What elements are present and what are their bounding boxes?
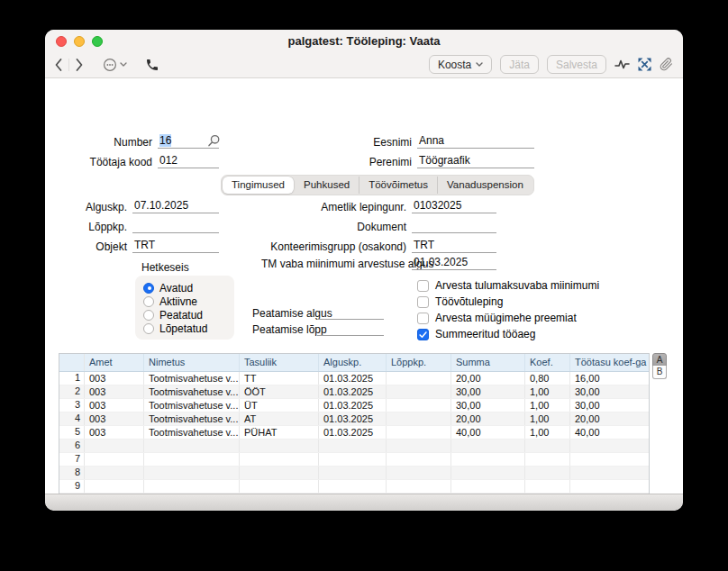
tab-t-v-imetus[interactable]: Töövõimetus bbox=[359, 177, 437, 194]
table-cell[interactable]: 01.03.2025 bbox=[319, 412, 387, 425]
table-cell[interactable]: 30,00 bbox=[570, 385, 649, 398]
table-cell[interactable]: 30,00 bbox=[451, 399, 525, 412]
table-cell[interactable] bbox=[85, 467, 144, 479]
table-row[interactable]: 2003Tootmisvahetuse v...ÖÖT01.03.202530,… bbox=[59, 385, 649, 399]
table-cell[interactable] bbox=[144, 440, 240, 452]
table-cell[interactable]: 20,00 bbox=[570, 412, 649, 425]
column-header-amet[interactable]: Amet bbox=[85, 354, 144, 371]
table-cell[interactable] bbox=[240, 480, 319, 493]
table-cell[interactable]: 16,00 bbox=[570, 372, 649, 385]
table-cell[interactable] bbox=[570, 440, 649, 452]
table-cell[interactable] bbox=[570, 453, 649, 466]
table-cell[interactable]: Tootmisvahetuse v... bbox=[144, 385, 240, 398]
minimize-window-button[interactable] bbox=[74, 36, 85, 47]
checkbox-t-v-tuleping[interactable]: Töövõtuleping bbox=[417, 295, 503, 308]
table-cell[interactable]: AT bbox=[240, 412, 319, 425]
table-cell[interactable] bbox=[451, 467, 525, 479]
expand-icon[interactable] bbox=[638, 58, 651, 71]
table-cell[interactable] bbox=[525, 453, 570, 466]
eesnimi-input[interactable]: Anna bbox=[417, 134, 534, 149]
l-ppkp-input[interactable] bbox=[132, 219, 219, 233]
table-cell[interactable] bbox=[85, 440, 144, 452]
table-row[interactable]: 9 bbox=[59, 480, 649, 494]
table-row[interactable]: 5003Tootmisvahetuse v...PÜHAT01.03.20254… bbox=[59, 426, 649, 440]
tab-puhkused[interactable]: Puhkused bbox=[294, 177, 359, 194]
close-window-button[interactable] bbox=[56, 36, 67, 47]
table-cell[interactable]: 003 bbox=[85, 372, 144, 385]
tab-vanaduspension[interactable]: Vanaduspension bbox=[437, 177, 532, 194]
koosta-button[interactable]: Koosta bbox=[429, 55, 492, 74]
table-cell[interactable]: 1,00 bbox=[525, 412, 570, 425]
table-cell[interactable] bbox=[525, 467, 570, 479]
table-row[interactable]: 6 bbox=[59, 440, 649, 453]
table-cell[interactable] bbox=[525, 440, 570, 452]
paperclip-icon[interactable] bbox=[660, 58, 673, 71]
phone-icon[interactable] bbox=[145, 58, 159, 72]
radio-option-l-petatud[interactable]: Lõpetatud bbox=[143, 322, 234, 335]
table-cell[interactable] bbox=[144, 480, 240, 493]
dokument-input[interactable] bbox=[412, 219, 496, 233]
table-cell[interactable] bbox=[240, 440, 319, 452]
column-header-t-tasu-koef-ga[interactable]: Töötasu koef-ga bbox=[570, 354, 649, 371]
table-cell[interactable]: Tootmisvahetuse v... bbox=[144, 412, 240, 425]
radio-option-aktiivne[interactable]: Aktiivne bbox=[143, 295, 234, 308]
table-row[interactable]: 1003Tootmisvahetuse v...TT01.03.202520,0… bbox=[59, 372, 649, 385]
radio-option-avatud[interactable]: Avatud bbox=[143, 281, 234, 295]
salvesta-button[interactable]: Salvesta bbox=[547, 55, 606, 74]
table-cell[interactable] bbox=[387, 467, 451, 479]
table-cell[interactable] bbox=[319, 480, 387, 493]
table-cell[interactable] bbox=[240, 453, 319, 466]
table-cell[interactable]: 01.03.2025 bbox=[319, 385, 387, 398]
more-options-icon[interactable] bbox=[103, 58, 127, 72]
table-cell[interactable]: Tootmisvahetuse v... bbox=[144, 426, 240, 439]
column-header-nimetus[interactable]: Nimetus bbox=[144, 354, 240, 371]
checkbox-arvesta-m-gimehe-preemiat[interactable]: Arvesta müügimehe preemiat bbox=[417, 312, 577, 324]
table-cell[interactable]: 40,00 bbox=[570, 426, 649, 439]
table-cell[interactable]: 30,00 bbox=[451, 385, 525, 398]
jata-button[interactable]: Jäta bbox=[500, 55, 539, 74]
flip-a-button[interactable]: A bbox=[652, 353, 667, 367]
table-cell[interactable]: Tootmisvahetuse v... bbox=[144, 372, 240, 385]
table-cell[interactable] bbox=[240, 467, 319, 479]
table-cell[interactable] bbox=[387, 440, 451, 452]
table-cell[interactable]: 01.03.2025 bbox=[319, 399, 387, 412]
table-cell[interactable]: 003 bbox=[85, 426, 144, 439]
table-cell[interactable] bbox=[144, 453, 240, 466]
column-header-l-ppkp[interactable]: Lõppkp. bbox=[387, 354, 451, 371]
konteerimisgrupp-osakond-input[interactable]: TRT bbox=[412, 239, 496, 253]
table-row[interactable]: 4003Tootmisvahetuse v...AT01.03.202520,0… bbox=[59, 412, 649, 426]
table-cell[interactable]: ÜT bbox=[240, 399, 319, 412]
table-cell[interactable]: 40,00 bbox=[451, 426, 525, 439]
table-cell[interactable] bbox=[85, 480, 144, 493]
table-cell[interactable]: 003 bbox=[85, 399, 144, 412]
table-cell[interactable]: Tootmisvahetuse v... bbox=[144, 399, 240, 412]
column-header-alguskp[interactable]: Alguskp. bbox=[319, 354, 387, 371]
table-row[interactable]: 7 bbox=[59, 453, 649, 467]
table-row[interactable]: 3003Tootmisvahetuse v...ÜT01.03.202530,0… bbox=[59, 399, 649, 412]
alguskp-input[interactable]: 07.10.2025 bbox=[132, 199, 219, 213]
table-cell[interactable]: TT bbox=[240, 372, 319, 385]
column-header-tasuliik[interactable]: Tasuliik bbox=[240, 354, 319, 371]
table-cell[interactable]: ÖÖT bbox=[240, 385, 319, 398]
table-cell[interactable]: 003 bbox=[85, 385, 144, 398]
table-cell[interactable] bbox=[570, 467, 649, 479]
table-cell[interactable]: 1,00 bbox=[525, 399, 570, 412]
table-cell[interactable] bbox=[387, 372, 451, 385]
checkbox-arvesta-tulumaksuvaba-miinimumi[interactable]: Arvesta tulumaksuvaba miinimumi bbox=[417, 279, 599, 292]
zoom-window-button[interactable] bbox=[92, 36, 103, 47]
table-cell[interactable]: 01.03.2025 bbox=[319, 426, 387, 439]
table-cell[interactable]: 003 bbox=[85, 412, 144, 425]
search-icon[interactable] bbox=[207, 134, 221, 151]
table-cell[interactable]: 1,00 bbox=[525, 385, 570, 398]
flip-b-button[interactable]: B bbox=[652, 366, 667, 379]
column-header-koef[interactable]: Koef. bbox=[525, 354, 570, 371]
column-header-summa[interactable]: Summa bbox=[451, 354, 525, 371]
radio-option-peatatud[interactable]: Peatatud bbox=[143, 308, 234, 322]
objekt-input[interactable]: TRT bbox=[132, 239, 219, 253]
checkbox-summeeritud-t-aeg[interactable]: Summeeritud tööaeg bbox=[417, 328, 535, 340]
table-cell[interactable]: 20,00 bbox=[451, 412, 525, 425]
peatamise-algus-input[interactable] bbox=[317, 305, 384, 320]
table-cell[interactable] bbox=[319, 467, 387, 479]
table-cell[interactable]: 20,00 bbox=[451, 372, 525, 385]
tab-tingimused[interactable]: Tingimused bbox=[223, 177, 294, 194]
